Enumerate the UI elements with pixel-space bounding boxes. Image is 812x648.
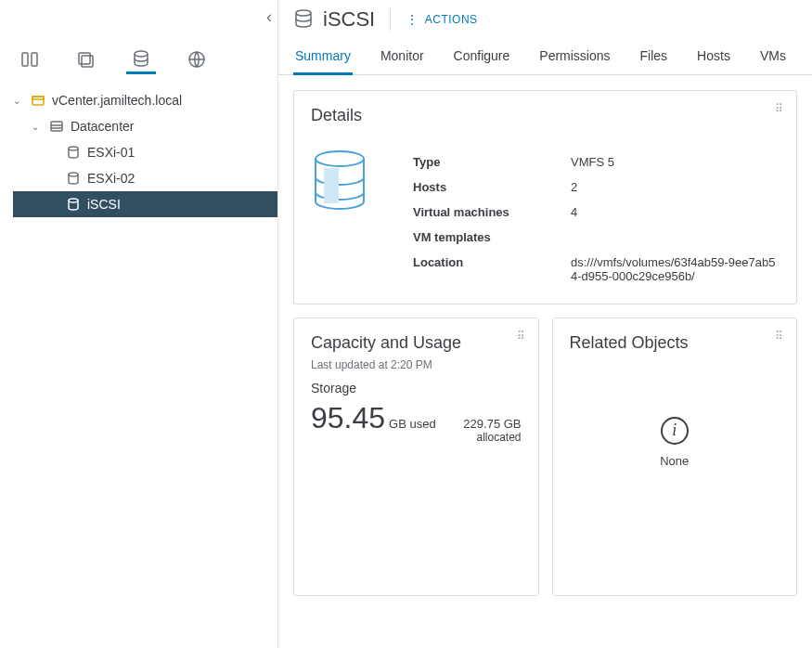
tree-node-datastore[interactable]: ESXi-01 [13, 139, 277, 165]
detail-value: VMFS 5 [571, 155, 780, 169]
used-unit: GB used [389, 417, 436, 431]
detail-value: 2 [571, 180, 780, 194]
svg-rect-8 [51, 122, 62, 131]
svg-rect-1 [32, 53, 37, 66]
svg-point-13 [69, 199, 78, 202]
tab-networking[interactable] [182, 45, 212, 74]
storage-icon [132, 49, 150, 68]
detail-key: VM templates [413, 230, 571, 244]
datacenter-icon [48, 118, 65, 135]
summary-cards: ⠿ Details Type VMFS 5 [278, 75, 812, 611]
tab-monitor[interactable]: Monitor [379, 39, 426, 74]
svg-rect-2 [79, 53, 90, 64]
divider [390, 8, 391, 31]
svg-point-4 [135, 51, 148, 57]
detail-key: Virtual machines [413, 205, 571, 219]
object-header: iSCSI ⋮ ACTIONS [278, 0, 812, 39]
last-updated: Last updated at 2:20 PM [311, 358, 522, 371]
hosts-icon [20, 50, 39, 69]
tree-node-datastore[interactable]: ESXi-02 [13, 165, 277, 191]
none-label: None [660, 454, 689, 468]
card-title: Capacity and Usage [311, 333, 522, 353]
tree-node-label: iSCSI [87, 197, 121, 212]
svg-point-14 [296, 10, 311, 16]
tree-node-label: ESXi-01 [87, 145, 135, 160]
detail-row-hosts: Hosts 2 [413, 175, 780, 200]
datastore-large-icon [311, 149, 376, 289]
tree-node-vcenter[interactable]: ⌄ vCenter.jamiltech.local [13, 87, 277, 113]
info-icon: i [661, 417, 689, 445]
detail-value: ds:///vmfs/volumes/63f4ab59-9ee7ab54-d95… [571, 255, 780, 283]
svg-rect-6 [32, 97, 44, 105]
details-table: Type VMFS 5 Hosts 2 Virtual machines 4 V… [413, 149, 780, 289]
detail-value [571, 230, 780, 244]
actions-menu[interactable]: ⋮ ACTIONS [406, 13, 477, 26]
main-tabs: Summary Monitor Configure Permissions Fi… [278, 39, 812, 75]
detail-key: Hosts [413, 180, 571, 194]
tab-files[interactable]: Files [638, 39, 670, 74]
datastore-icon [293, 8, 314, 32]
detail-row-location: Location ds:///vmfs/volumes/63f4ab59-9ee… [413, 250, 780, 289]
tab-permissions[interactable]: Permissions [537, 39, 612, 74]
collapse-nav-button[interactable]: ‹ [266, 7, 272, 27]
chevron-down-icon: ⌄ [13, 96, 24, 106]
tab-vms-templates[interactable] [71, 45, 100, 74]
actions-icon: ⋮ [406, 13, 419, 26]
svg-rect-3 [82, 56, 93, 67]
datastore-icon [65, 170, 82, 187]
tab-storage[interactable] [126, 45, 156, 74]
detail-row-vms: Virtual machines 4 [413, 200, 780, 225]
drag-handle-icon[interactable]: ⠿ [775, 330, 785, 343]
chevron-down-icon: ⌄ [32, 122, 43, 132]
inventory-tabs [0, 0, 277, 74]
storage-label: Storage [311, 381, 522, 395]
drag-handle-icon[interactable]: ⠿ [517, 330, 527, 343]
detail-value: 4 [571, 205, 780, 219]
detail-key: Location [413, 255, 571, 283]
tab-hosts[interactable]: Hosts [695, 39, 732, 74]
detail-row-type: Type VMFS 5 [413, 149, 780, 175]
svg-point-15 [316, 151, 364, 166]
tree-node-datacenter[interactable]: ⌄ Datacenter [13, 113, 277, 139]
used-value: 95.45 [311, 401, 385, 434]
content-pane: iSCSI ⋮ ACTIONS Summary Monitor Configur… [278, 0, 812, 648]
card-title: Related Objects [570, 333, 780, 353]
detail-row-templates: VM templates [413, 225, 780, 250]
inventory-tree: ⌄ vCenter.jamiltech.local ⌄ Datacenter E… [0, 74, 277, 217]
empty-state: i None [570, 358, 780, 525]
capacity-card: ⠿ Capacity and Usage Last updated at 2:2… [293, 318, 539, 596]
allocated-value: 229.75 GB [463, 417, 521, 431]
svg-point-11 [69, 147, 78, 150]
actions-label: ACTIONS [425, 13, 478, 26]
svg-rect-7 [32, 97, 44, 99]
related-objects-card: ⠿ Related Objects i None [552, 318, 798, 596]
tab-vms[interactable]: VMs [758, 39, 788, 74]
tree-node-label: vCenter.jamiltech.local [52, 93, 182, 108]
page-title: iSCSI [323, 7, 375, 32]
card-title: Details [311, 106, 780, 125]
vcenter-icon [30, 92, 46, 109]
datastore-icon [65, 196, 82, 213]
tree-node-label: ESXi-02 [87, 171, 135, 186]
drag-handle-icon[interactable]: ⠿ [775, 102, 785, 115]
tab-summary[interactable]: Summary [293, 39, 353, 75]
tab-configure[interactable]: Configure [452, 39, 512, 74]
svg-point-12 [69, 173, 78, 176]
tab-hosts-clusters[interactable] [15, 45, 45, 74]
network-icon [187, 50, 206, 69]
vms-icon [76, 50, 95, 69]
details-card: ⠿ Details Type VMFS 5 [293, 90, 797, 305]
svg-rect-16 [324, 168, 339, 203]
tree-node-datastore[interactable]: iSCSI [13, 191, 277, 217]
navigation-pane: ‹ ⌄ vCenter.jamiltech.local ⌄ Datace [0, 0, 278, 648]
datastore-icon [65, 144, 82, 161]
allocated-label: allocated [463, 431, 521, 444]
svg-rect-0 [22, 53, 28, 66]
tree-node-label: Datacenter [71, 119, 134, 134]
detail-key: Type [413, 155, 571, 169]
